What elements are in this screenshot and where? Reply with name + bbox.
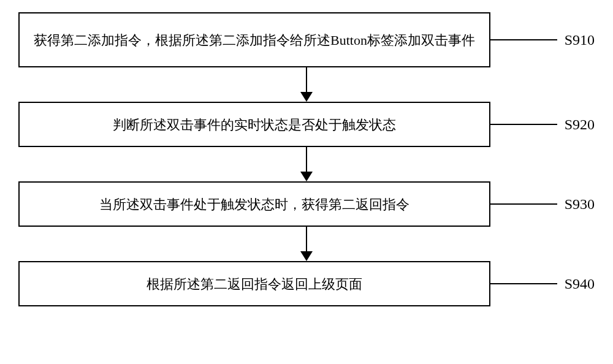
step-text: 判断所述双击事件的实时状态是否处于触发状态 <box>113 115 396 135</box>
step-label-4: S940 <box>565 276 595 292</box>
connector-line <box>490 124 557 125</box>
step-row-1: 获得第二添加指令，根据所述第二添加指令给所述Button标签添加双击事件 S91… <box>18 12 595 67</box>
connector-line <box>490 39 557 40</box>
step-box-1: 获得第二添加指令，根据所述第二添加指令给所述Button标签添加双击事件 <box>18 12 490 67</box>
arrow-2 <box>70 147 543 181</box>
step-text: 当所述双击事件处于触发状态时，获得第二返回指令 <box>99 194 409 214</box>
step-row-2: 判断所述双击事件的实时状态是否处于触发状态 S920 <box>18 102 595 147</box>
arrow-3 <box>70 227 543 261</box>
arrow-down-icon <box>300 251 313 261</box>
arrow-line-icon <box>306 147 307 173</box>
arrow-line-icon <box>306 67 307 93</box>
arrow-line-icon <box>306 227 307 252</box>
step-row-3: 当所述双击事件处于触发状态时，获得第二返回指令 S930 <box>18 181 595 227</box>
connector-line <box>490 283 557 284</box>
arrow-down-icon <box>300 92 313 102</box>
flowchart: 获得第二添加指令，根据所述第二添加指令给所述Button标签添加双击事件 S91… <box>18 12 595 306</box>
arrow-down-icon <box>300 172 313 181</box>
step-box-4: 根据所述第二返回指令返回上级页面 <box>18 261 490 306</box>
step-text: 根据所述第二返回指令返回上级页面 <box>147 274 362 294</box>
step-label-3: S930 <box>565 196 595 213</box>
arrow-1 <box>70 67 543 102</box>
step-label-2: S920 <box>565 116 595 133</box>
step-text: 获得第二添加指令，根据所述第二添加指令给所述Button标签添加双击事件 <box>34 30 475 50</box>
step-box-3: 当所述双击事件处于触发状态时，获得第二返回指令 <box>18 181 490 227</box>
step-label-1: S910 <box>565 32 595 48</box>
step-box-2: 判断所述双击事件的实时状态是否处于触发状态 <box>18 102 490 147</box>
step-row-4: 根据所述第二返回指令返回上级页面 S940 <box>18 261 595 306</box>
connector-line <box>490 203 557 205</box>
